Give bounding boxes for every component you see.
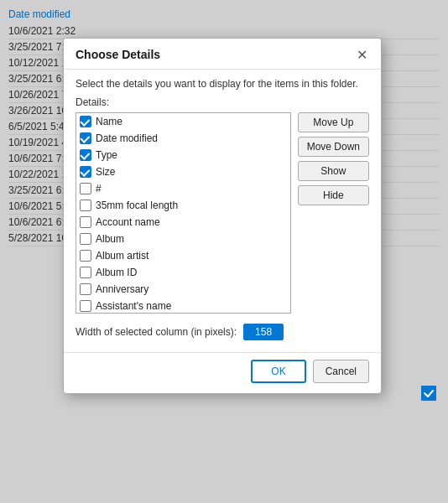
list-item[interactable]: Name xyxy=(76,113,290,130)
checkbox[interactable] xyxy=(80,132,91,144)
checkbox[interactable] xyxy=(80,166,91,178)
list-item[interactable]: Album artist xyxy=(76,247,290,264)
checkbox[interactable] xyxy=(80,149,91,161)
choose-details-dialog: Choose Details ✕ Select the details you … xyxy=(63,38,382,394)
dialog-main: NameDate modifiedTypeSize#35mm focal len… xyxy=(76,112,369,314)
list-item[interactable]: Account name xyxy=(76,214,290,231)
checkbox[interactable] xyxy=(80,267,91,278)
details-label: Details: xyxy=(76,96,369,108)
cancel-button[interactable]: Cancel xyxy=(313,360,369,383)
item-label: Type xyxy=(96,149,117,161)
list-item[interactable]: # xyxy=(76,180,290,197)
list-item[interactable]: 35mm focal length xyxy=(76,197,290,214)
item-label: Album artist xyxy=(96,250,148,262)
checkbox[interactable] xyxy=(80,116,91,127)
width-input[interactable] xyxy=(243,324,284,340)
svg-rect-0 xyxy=(421,386,436,401)
checkbox[interactable] xyxy=(80,200,91,211)
ok-button[interactable]: OK xyxy=(251,360,305,383)
small-icon xyxy=(421,386,436,404)
item-label: # xyxy=(96,183,102,194)
checkbox[interactable] xyxy=(80,183,91,194)
item-label: Album ID xyxy=(96,267,137,278)
dialog-body: Select the details you want to display f… xyxy=(64,70,381,349)
checkbox[interactable] xyxy=(80,233,91,245)
list-item[interactable]: Anniversary xyxy=(76,281,290,298)
dialog-footer: OK Cancel xyxy=(64,352,381,393)
list-item[interactable]: Album ID xyxy=(76,264,290,281)
list-item[interactable]: Album xyxy=(76,231,290,247)
dialog-title: Choose Details xyxy=(76,48,160,61)
list-item[interactable]: Size xyxy=(76,163,290,180)
checkbox[interactable] xyxy=(80,216,91,228)
item-label: Account name xyxy=(96,216,160,228)
item-label: Date modified xyxy=(96,132,158,144)
close-button[interactable]: ✕ xyxy=(352,45,371,64)
move-down-button[interactable]: Move Down xyxy=(298,137,369,157)
dialog-description: Select the details you want to display f… xyxy=(76,78,369,90)
move-up-button[interactable]: Move Up xyxy=(298,112,369,132)
details-list[interactable]: NameDate modifiedTypeSize#35mm focal len… xyxy=(76,112,291,314)
checkbox[interactable] xyxy=(80,283,91,295)
checkbox[interactable] xyxy=(80,250,91,262)
item-label: Anniversary xyxy=(96,283,148,295)
item-label: Assistant's name xyxy=(96,300,171,312)
list-item[interactable]: Date modified xyxy=(76,130,290,147)
width-label: Width of selected column (in pixels): xyxy=(76,326,237,338)
width-row: Width of selected column (in pixels): xyxy=(76,324,369,340)
item-label: Album xyxy=(96,233,124,245)
hide-button[interactable]: Hide xyxy=(298,185,369,205)
item-label: Size xyxy=(96,166,115,178)
list-item[interactable]: Assistant's name xyxy=(76,298,290,314)
checkbox[interactable] xyxy=(80,300,91,312)
item-label: Name xyxy=(96,116,122,127)
dialog-titlebar: Choose Details ✕ xyxy=(64,39,381,70)
list-item[interactable]: Type xyxy=(76,147,290,163)
show-button[interactable]: Show xyxy=(298,161,369,181)
action-buttons: Move Up Move Down Show Hide xyxy=(298,112,369,314)
item-label: 35mm focal length xyxy=(96,200,178,211)
